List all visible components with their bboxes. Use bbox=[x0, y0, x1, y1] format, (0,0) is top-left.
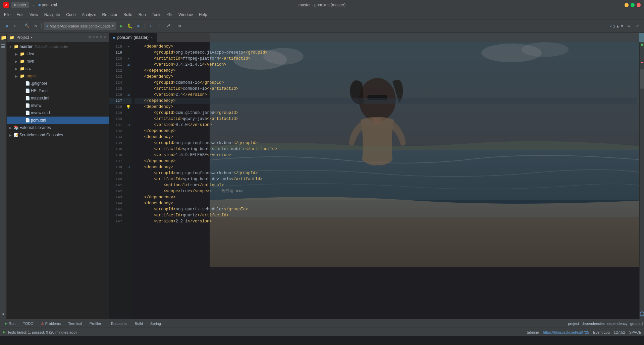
ln-118: 118 bbox=[109, 44, 125, 50]
menu-run[interactable]: Run bbox=[136, 11, 149, 18]
project-dropdown-icon[interactable]: 📁 bbox=[9, 35, 14, 40]
code-line-128: <dependency> bbox=[135, 104, 637, 110]
navigation-icon[interactable] bbox=[640, 312, 644, 316]
build-icon[interactable]: 🔨 bbox=[23, 22, 31, 30]
pomxml-icon: 📄 bbox=[25, 118, 30, 123]
run-status-icon[interactable]: ▶ bbox=[3, 330, 5, 334]
menu-window[interactable]: Window bbox=[176, 11, 196, 18]
git-branches-icon[interactable]: ⎇ bbox=[164, 22, 172, 30]
editor-tab-pomxml[interactable]: ■ pom.xml (master) × bbox=[109, 33, 157, 42]
tree-item-gitignore[interactable]: 📄 .gitignore bbox=[7, 80, 109, 87]
right-scrollbar[interactable] bbox=[639, 42, 644, 319]
run-button[interactable]: ▶ bbox=[118, 22, 125, 30]
sort-icon[interactable]: ≡ bbox=[92, 35, 95, 40]
file-tab-label[interactable]: ■ pom.xml bbox=[38, 3, 57, 7]
bottom-tab-terminal[interactable]: Terminal bbox=[65, 320, 86, 327]
tabnine-label[interactable]: tabnine bbox=[527, 330, 539, 334]
menu-code[interactable]: Code bbox=[63, 11, 78, 18]
sync-icon[interactable]: ↻ bbox=[32, 22, 39, 30]
nav-tab-groupid[interactable]: groupId bbox=[630, 322, 643, 326]
nav-tab-dependency[interactable]: dependency bbox=[607, 322, 628, 326]
tree-item-helpmd[interactable]: 📄 HELP.md bbox=[7, 87, 109, 94]
menu-refactor[interactable]: Refactor bbox=[100, 11, 120, 18]
git-push-icon[interactable]: ↑ bbox=[156, 22, 163, 30]
maximize-button[interactable]: □ bbox=[631, 3, 635, 7]
menu-edit[interactable]: Edit bbox=[14, 11, 26, 18]
menu-help[interactable]: Help bbox=[196, 11, 210, 18]
match-nav-down[interactable]: ▼ bbox=[620, 24, 624, 28]
tree-item-masteriml[interactable]: 📄 master.iml bbox=[7, 94, 109, 102]
toolbar-sep-4 bbox=[174, 23, 174, 29]
layout-icon[interactable]: ⊞ bbox=[625, 22, 633, 30]
gutter-128[interactable]: 💡 bbox=[125, 104, 132, 110]
debug-button[interactable]: 🐛 bbox=[126, 22, 134, 30]
gutter-146 bbox=[125, 212, 132, 218]
bottom-tab-spring[interactable]: Spring bbox=[147, 320, 164, 327]
settings-icon[interactable]: ⚙ bbox=[176, 22, 183, 30]
coverage-button[interactable]: ▶ bbox=[135, 22, 143, 30]
menu-view[interactable]: View bbox=[27, 11, 41, 18]
menu-navigate[interactable]: Navigate bbox=[42, 11, 63, 18]
favorites-icon[interactable]: ★ bbox=[1, 311, 6, 316]
match-nav-up[interactable]: ▲ bbox=[616, 24, 620, 28]
filter-icon[interactable]: ⊕ bbox=[96, 35, 98, 40]
root-label: master bbox=[19, 44, 33, 49]
bottom-tab-profiler[interactable]: Profiler bbox=[86, 320, 105, 327]
expand-icon[interactable]: ⤢ bbox=[634, 22, 641, 30]
line-col-label[interactable]: 127:52 bbox=[614, 330, 625, 334]
window-title: master - pom.xml (master) bbox=[299, 3, 346, 7]
gutter-133 bbox=[125, 134, 132, 140]
bottom-tab-problems[interactable]: ⚠ Problems bbox=[38, 320, 64, 327]
tree-item-mvnw[interactable]: 📄 mvnw bbox=[7, 102, 109, 109]
bottom-tab-build[interactable]: Build bbox=[131, 320, 146, 327]
bottom-tab-todo[interactable]: TODO bbox=[19, 320, 37, 327]
menu-build[interactable]: Build bbox=[121, 11, 135, 18]
blog-url-label[interactable]: https://blog.csdn.net/sq0725 bbox=[543, 330, 589, 334]
tree-item-pomxml[interactable]: 📄 pom.xml bbox=[7, 117, 109, 124]
tree-item-mvn[interactable]: ▶ 📁 .mvn bbox=[7, 58, 109, 65]
active-tab-label[interactable]: master bbox=[11, 2, 29, 8]
code-content[interactable]: <dependency> <groupId>org.bytedeco.javac… bbox=[132, 42, 639, 319]
project-title: Project bbox=[16, 35, 29, 40]
close-panel-icon[interactable]: × bbox=[104, 35, 106, 40]
scroll-thumb[interactable] bbox=[640, 69, 644, 89]
bottom-tab-endpoints[interactable]: Endpoints bbox=[108, 320, 131, 327]
ln-119: 119 bbox=[109, 50, 125, 56]
close-button[interactable]: × bbox=[637, 3, 641, 7]
event-log-label[interactable]: Event Log bbox=[593, 330, 610, 334]
tab-close-icon[interactable]: × bbox=[151, 36, 153, 40]
menu-analyze[interactable]: Analyze bbox=[79, 11, 99, 18]
bottom-tab-run[interactable]: ▶ Run bbox=[1, 320, 19, 327]
back-icon[interactable]: ◀ bbox=[3, 22, 10, 30]
structure-icon[interactable]: ☰ bbox=[1, 44, 6, 49]
forward-icon[interactable]: ▶ bbox=[11, 22, 19, 30]
tree-item-mvnwcmd[interactable]: 📄 mvnw.cmd bbox=[7, 109, 109, 117]
tree-item-idea[interactable]: ▶ 📁 .idea bbox=[7, 50, 109, 58]
ln-138: 138 bbox=[109, 164, 125, 170]
git-update-icon[interactable]: ↓ bbox=[147, 22, 154, 30]
collapse-all-icon[interactable]: ⊟ bbox=[89, 35, 91, 40]
ln-145: 145 bbox=[109, 206, 125, 212]
project-dropdown-arrow[interactable]: ▾ bbox=[31, 36, 33, 39]
tree-item-src[interactable]: ▶ 📁 src bbox=[7, 65, 109, 72]
run-config-selector[interactable]: ● MasterApplicationTests.contextLoads ▾ bbox=[44, 22, 116, 30]
nav-tab-dependencies[interactable]: dependencies bbox=[582, 322, 605, 326]
code-editor[interactable]: 118 119 120 121 122 123 124 125 126 127 … bbox=[109, 42, 639, 319]
menu-file[interactable]: File bbox=[1, 11, 13, 18]
status-bar-left: ▶ Tests failed: 1, passed: 0 (20 minutes… bbox=[3, 330, 77, 334]
minimize-button[interactable]: − bbox=[625, 3, 629, 7]
menu-tools[interactable]: Tools bbox=[149, 11, 164, 18]
run-tab-label: Run bbox=[9, 322, 15, 326]
space-label[interactable]: SPACE bbox=[629, 330, 641, 334]
menu-git[interactable]: Git bbox=[165, 11, 175, 18]
tree-root[interactable]: ▾ 📁 master E:\IdeaProduct\master bbox=[7, 43, 109, 50]
project-icon[interactable]: 📁 bbox=[1, 35, 6, 40]
tree-item-extlibs[interactable]: ▶ 📚 External Libraries bbox=[7, 124, 109, 131]
ln-123: 123 bbox=[109, 74, 125, 80]
tree-item-scratches[interactable]: ▶ 📝 Scratches and Consoles bbox=[7, 131, 109, 139]
editor-inner: ■ pom.xml (master) × 118 119 120 121 122… bbox=[109, 33, 644, 319]
settings-gear-icon[interactable]: ⚙ bbox=[100, 35, 102, 40]
terminal-tab-label: Terminal bbox=[68, 322, 82, 326]
nav-tab-project[interactable]: project bbox=[568, 322, 579, 326]
tree-item-target[interactable]: ▶ 📁 target bbox=[7, 72, 109, 80]
